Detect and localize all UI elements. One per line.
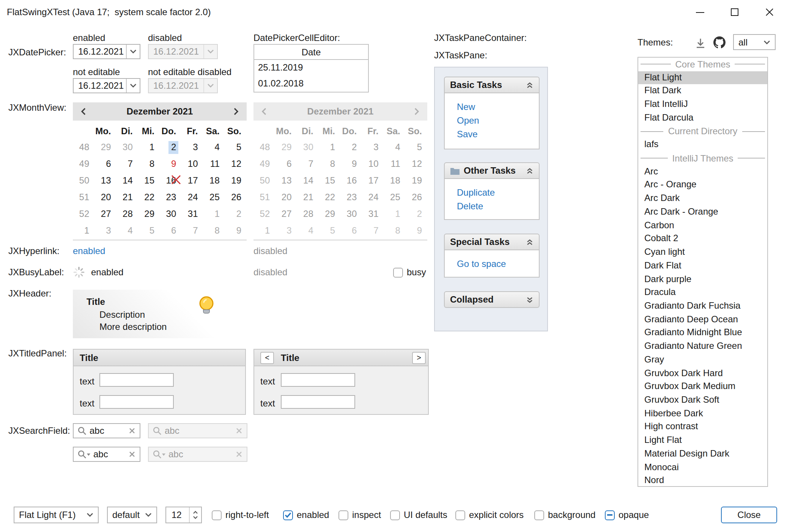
calendar-day[interactable]: 5: [138, 222, 160, 239]
calendar-day[interactable]: 25: [203, 189, 225, 206]
theme-item[interactable]: Arc Dark - Orange: [638, 206, 767, 219]
search-menu-icon[interactable]: [77, 450, 90, 459]
download-button[interactable]: [694, 36, 707, 50]
calendar-day[interactable]: 1: [203, 206, 225, 222]
table-row[interactable]: 01.02.2018: [254, 76, 368, 92]
taskpane-header[interactable]: Special Tasks: [444, 234, 540, 250]
search-field-enabled[interactable]: abc: [73, 423, 140, 438]
theme-item[interactable]: Light Flat: [638, 434, 767, 447]
calendar-day[interactable]: 23: [160, 189, 181, 206]
calendar-day[interactable]: 6: [94, 155, 116, 172]
table-row[interactable]: 25.11.2019: [254, 60, 368, 76]
calendar-day[interactable]: 31: [181, 206, 203, 222]
text-input-1[interactable]: [281, 373, 355, 387]
calendar-day[interactable]: 30: [160, 206, 181, 222]
laf-combo[interactable]: Flat Light (F1): [14, 507, 99, 523]
search-value[interactable]: abc: [93, 449, 126, 460]
calendar-day[interactable]: 27: [94, 206, 116, 222]
calendar-day[interactable]: 14: [116, 172, 138, 189]
calendar-day[interactable]: 16: [160, 172, 181, 189]
font-size-spinner[interactable]: 12: [165, 507, 202, 523]
theme-item[interactable]: High contrast: [638, 421, 767, 434]
calendar-day[interactable]: 12: [225, 155, 247, 172]
theme-item[interactable]: Dracula: [638, 286, 767, 299]
calendar-day[interactable]: 6: [160, 222, 181, 239]
calendar-day[interactable]: 21: [116, 189, 138, 206]
close-button[interactable]: Close: [721, 507, 777, 523]
calendar-day[interactable]: 4: [116, 222, 138, 239]
close-window-button[interactable]: [752, 0, 787, 24]
calendar-day[interactable]: 1: [138, 139, 160, 155]
theme-item[interactable]: Arc Dark: [638, 192, 767, 205]
calendar-day[interactable]: 7: [181, 222, 203, 239]
theme-item[interactable]: Gradianto Dark Fuchsia: [638, 300, 767, 313]
theme-item[interactable]: lafs: [638, 138, 767, 152]
theme-item[interactable]: Gruvbox Dark Medium: [638, 380, 767, 394]
themes-list[interactable]: Core ThemesFlat LightFlat DarkFlat Intel…: [637, 57, 768, 487]
theme-item[interactable]: Arc: [638, 165, 767, 179]
spinner-value[interactable]: 12: [166, 507, 189, 523]
theme-item[interactable]: Flat Dark: [638, 85, 767, 98]
taskpane-link[interactable]: New: [457, 100, 539, 114]
calendar-day[interactable]: 11: [203, 155, 225, 172]
maximize-button[interactable]: [717, 0, 752, 24]
theme-item[interactable]: Arc - Orange: [638, 179, 767, 192]
theme-item[interactable]: Gradianto Deep Ocean: [638, 313, 767, 326]
theme-filter-combo[interactable]: all: [733, 34, 776, 50]
github-button[interactable]: [713, 36, 726, 49]
theme-item[interactable]: Material Design Dark: [638, 447, 767, 461]
checkbox-background[interactable]: background: [534, 507, 595, 523]
taskpane-header[interactable]: Collapsed: [444, 291, 540, 308]
datepicker-enabled[interactable]: 16.12.2021: [73, 44, 140, 59]
calendar-day[interactable]: 13: [94, 172, 116, 189]
checkbox-opaque[interactable]: opaque: [605, 507, 649, 523]
theme-item[interactable]: Flat IntelliJ: [638, 98, 767, 111]
busy-checkbox[interactable]: busy: [393, 264, 426, 281]
theme-item[interactable]: Monocai: [638, 461, 767, 474]
calendar-day[interactable]: 2: [225, 206, 247, 222]
text-input-1[interactable]: [99, 373, 174, 387]
calendar-day[interactable]: 5: [225, 139, 247, 155]
taskpane-link[interactable]: Save: [457, 127, 539, 141]
calendar-day[interactable]: 3: [181, 139, 203, 155]
calendar-prev-button[interactable]: [80, 108, 87, 115]
theme-item[interactable]: Dark Flat: [638, 259, 767, 273]
calendar-day[interactable]: 8: [138, 155, 160, 172]
theme-item[interactable]: Gradianto Midnight Blue: [638, 326, 767, 340]
taskpane-link[interactable]: Duplicate: [457, 186, 539, 199]
minimize-button[interactable]: [682, 0, 717, 24]
calendar-day[interactable]: 7: [116, 155, 138, 172]
search-value[interactable]: abc: [90, 425, 126, 436]
calendar-day[interactable]: 19: [225, 172, 247, 189]
text-input-2[interactable]: [99, 395, 174, 409]
search-field-with-menu-enabled[interactable]: abc: [73, 447, 140, 462]
calendar-day[interactable]: 9: [160, 155, 181, 172]
taskpane-header[interactable]: Other Tasks: [444, 162, 540, 179]
collapse-chevron-icon[interactable]: [526, 82, 534, 88]
checkbox-explicit-colors[interactable]: explicit colors: [455, 507, 524, 523]
theme-item[interactable]: Nord: [638, 474, 767, 487]
taskpane-link[interactable]: Open: [457, 114, 539, 127]
text-input-2[interactable]: [281, 395, 355, 409]
calendar-day[interactable]: 26: [225, 189, 247, 206]
taskpane-header[interactable]: Basic Tasks: [444, 77, 540, 93]
theme-item[interactable]: Gray: [638, 353, 767, 367]
calendar-day[interactable]: 15: [138, 172, 160, 189]
calendar-day[interactable]: 30: [116, 139, 138, 155]
chevron-down-icon[interactable]: [126, 79, 140, 93]
calendar-day[interactable]: 8: [203, 222, 225, 239]
theme-item[interactable]: Gruvbox Dark Hard: [638, 367, 767, 380]
theme-item[interactable]: Hiberbee Dark: [638, 407, 767, 420]
prev-button[interactable]: <: [260, 352, 274, 364]
spinner-buttons[interactable]: [189, 507, 201, 523]
calendar-day[interactable]: 29: [94, 139, 116, 155]
theme-item[interactable]: Gruvbox Dark Soft: [638, 394, 767, 407]
collapse-chevron-icon[interactable]: [526, 239, 534, 245]
clear-icon[interactable]: [129, 451, 135, 457]
theme-item[interactable]: Flat Light: [638, 71, 767, 84]
calendar-next-button[interactable]: [233, 108, 239, 115]
chevron-down-icon[interactable]: [126, 45, 140, 58]
calendar-day[interactable]: 29: [138, 206, 160, 222]
checkbox-inspect[interactable]: inspect: [338, 507, 381, 523]
taskpane-link[interactable]: Go to space: [457, 257, 539, 271]
